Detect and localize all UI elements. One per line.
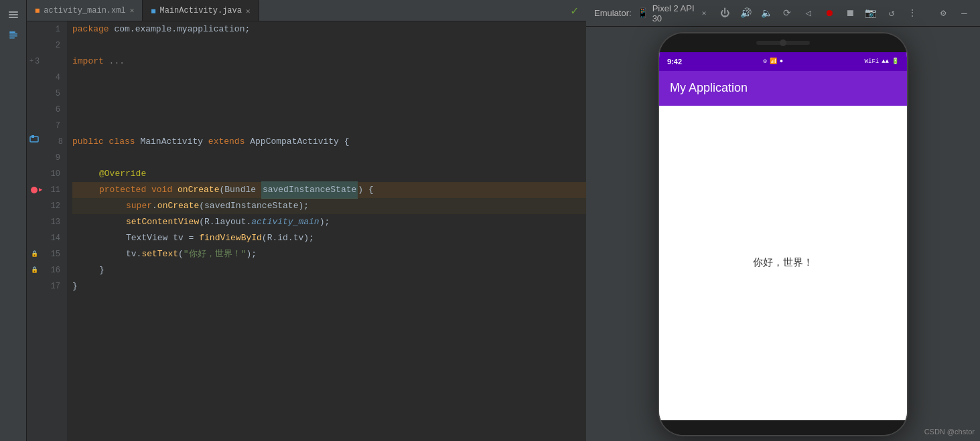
wifi-icon: WiFi bbox=[865, 58, 880, 65]
nfc-icon: ● bbox=[780, 58, 783, 65]
line-12: 12 bbox=[27, 198, 67, 214]
findview-args: (R.id.tv); bbox=[262, 230, 314, 246]
tab-close-xml[interactable]: ✕ bbox=[130, 6, 135, 15]
line-2: 2 bbox=[27, 37, 67, 54]
device-name: Pixel 2 API 30 bbox=[652, 3, 698, 23]
fn-settext: setText bbox=[141, 246, 178, 262]
line-7: 7 bbox=[27, 118, 67, 134]
svg-rect-6 bbox=[9, 37, 15, 39]
line-14: 14 bbox=[27, 230, 67, 246]
str-hello: "你好，世界！" bbox=[184, 246, 247, 262]
svg-rect-3 bbox=[9, 31, 15, 33]
code-line-17: } bbox=[72, 278, 586, 294]
paren-open: ( bbox=[219, 182, 224, 198]
cls-appcompat: AppCompatActivity bbox=[250, 134, 344, 150]
code-line-3: import ... bbox=[72, 54, 586, 70]
record-button[interactable]: ⏺ bbox=[821, 5, 837, 22]
more-options-button[interactable]: ⋮ bbox=[904, 5, 920, 22]
fn-setcontentview: setContentView bbox=[126, 214, 199, 230]
settext-open: ( bbox=[178, 246, 184, 262]
phone-frame: 9:42 ⚙ 📶 ● WiFi ▲▲ 🔋 My Application bbox=[659, 33, 907, 435]
line-4: 4 bbox=[27, 70, 67, 86]
package-name: com.example.myapplication; bbox=[114, 21, 250, 37]
phone-icon: 📱 bbox=[637, 7, 648, 19]
screenshot-button[interactable]: 📷 bbox=[863, 5, 878, 22]
setcv-args: (R.layout. bbox=[199, 214, 251, 230]
stop-button[interactable]: ⏹ bbox=[842, 5, 857, 22]
annotation-override: @Override bbox=[99, 166, 146, 182]
super-call: (savedInstanceState); bbox=[199, 198, 309, 214]
sidebar-icon-build[interactable] bbox=[4, 5, 23, 24]
status-right-icons: WiFi ▲▲ 🔋 bbox=[865, 58, 899, 65]
code-line-5 bbox=[72, 86, 586, 102]
line-15: 🔒 15 bbox=[27, 246, 67, 262]
tab-label-java: MainActivity.java bbox=[160, 6, 242, 15]
settext-close: ); bbox=[246, 246, 257, 262]
phone-bottom-bar bbox=[659, 420, 907, 435]
app-bar: My Application bbox=[659, 71, 907, 106]
power-button[interactable]: ⏻ bbox=[717, 5, 732, 22]
status-bar: 9:42 ⚙ 📶 ● WiFi ▲▲ 🔋 bbox=[659, 52, 907, 71]
tab-activity-main[interactable]: ◼ activity_main.xml ✕ bbox=[27, 0, 143, 21]
code-line-11: protected void onCreate(Bundle savedInst… bbox=[72, 182, 586, 198]
close-tab-icon[interactable]: ✕ bbox=[702, 9, 707, 17]
code-line-13: setContentView(R.layout.activity_main); bbox=[72, 214, 586, 230]
param-savedinstancestate: savedInstanceState bbox=[261, 181, 358, 199]
wifi-calling-icon: 📶 bbox=[770, 58, 777, 65]
rotate-button[interactable]: ⟳ bbox=[780, 5, 795, 22]
tab-mainactivity[interactable]: ◼ MainActivity.java ✕ bbox=[143, 0, 259, 21]
line-13: 13 bbox=[27, 214, 67, 230]
line-10: 10 bbox=[27, 166, 67, 182]
code-line-14: TextView tv = findViewById(R.id.tv); bbox=[72, 230, 586, 246]
brace-close-inner: } bbox=[99, 262, 104, 278]
xml-file-icon: ◼ bbox=[35, 5, 40, 15]
line-16: 🔒 16 bbox=[27, 262, 67, 278]
volume-up-button[interactable]: 🔊 bbox=[738, 5, 753, 22]
fn-oncreate: onCreate bbox=[178, 182, 219, 198]
dot1: . bbox=[152, 198, 157, 214]
emulator-label: Emulator: bbox=[594, 8, 632, 18]
signal-icon: ▲▲ bbox=[882, 58, 889, 65]
left-sidebar bbox=[0, 0, 27, 441]
line-6: 6 bbox=[27, 102, 67, 118]
brace-open: { bbox=[344, 134, 350, 150]
sidebar-icon-file[interactable] bbox=[4, 27, 23, 46]
code-line-6 bbox=[72, 102, 586, 118]
emulator-toolbar: Emulator: 📱 Pixel 2 API 30 ✕ ⏻ 🔊 🔈 ⟳ ◁ ⏺… bbox=[586, 0, 980, 27]
line-9: 9 bbox=[27, 150, 67, 166]
code-line-1: package com.example.myapplication; bbox=[72, 21, 586, 37]
reset-button[interactable]: ↺ bbox=[884, 5, 899, 22]
tab-label-xml: activity_main.xml bbox=[44, 6, 125, 15]
lock-icon-16: 🔒 bbox=[31, 262, 38, 278]
line-number-gutter: 1 2 + 3 4 5 6 7 8 bbox=[27, 21, 67, 441]
code-line-8: public class MainActivity extends AppCom… bbox=[72, 134, 586, 150]
lock-icon-15: 🔒 bbox=[31, 246, 38, 262]
battery-icon: 🔋 bbox=[892, 58, 899, 65]
tv-ref: tv. bbox=[126, 246, 141, 262]
code-line-10: @Override bbox=[72, 166, 586, 182]
status-mid-icons: ⚙ 📶 ● bbox=[763, 58, 783, 65]
status-time: 9:42 bbox=[667, 58, 682, 66]
code-line-4 bbox=[72, 70, 586, 86]
brace-close-outer: } bbox=[72, 278, 78, 294]
svg-rect-5 bbox=[9, 35, 17, 37]
settings-icon[interactable]: ⚙ bbox=[936, 5, 951, 22]
java-file-icon: ◼ bbox=[151, 6, 155, 16]
check-mark-icon: ✓ bbox=[571, 3, 578, 18]
minimize-icon[interactable]: — bbox=[957, 5, 972, 22]
debug-dot bbox=[31, 187, 38, 193]
line-8: 8 bbox=[27, 134, 67, 150]
tab-close-java[interactable]: ✕ bbox=[246, 7, 251, 15]
line-11: ▶ 11 bbox=[27, 182, 67, 198]
emulator-device: 📱 Pixel 2 API 30 ✕ bbox=[637, 3, 707, 23]
svg-rect-0 bbox=[9, 11, 18, 13]
emulator-content: 9:42 ⚙ 📶 ● WiFi ▲▲ 🔋 My Application bbox=[586, 27, 980, 441]
settings-status-icon: ⚙ bbox=[763, 58, 766, 65]
keyword-import: import bbox=[72, 54, 109, 70]
back-nav-button[interactable]: ◁ bbox=[800, 5, 816, 22]
code-line-2 bbox=[72, 37, 586, 54]
cls-mainactivity: MainActivity bbox=[140, 134, 208, 150]
code-editor-area[interactable]: 1 2 + 3 4 5 6 7 8 bbox=[27, 21, 586, 441]
volume-down-button[interactable]: 🔈 bbox=[759, 5, 774, 22]
code-content[interactable]: package com.example.myapplication; impor… bbox=[67, 21, 586, 441]
